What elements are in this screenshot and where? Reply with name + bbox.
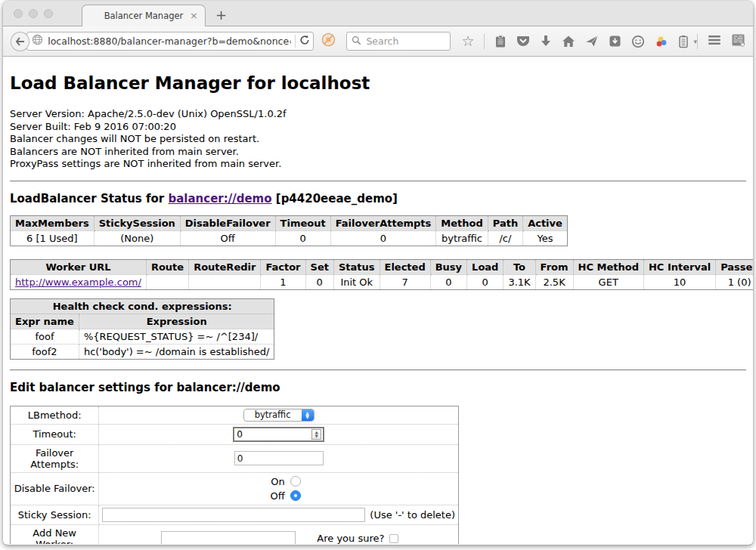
timeout-label: Timeout: bbox=[11, 424, 99, 444]
hc-table-title: Health check cond. expressions: bbox=[11, 298, 274, 314]
new-tab-button[interactable]: + bbox=[215, 7, 227, 23]
col-set: Set bbox=[305, 259, 333, 274]
menu-hamburger-icon[interactable] bbox=[708, 34, 721, 48]
back-arrow-icon bbox=[15, 37, 26, 46]
col-hc-interval: HC Interval bbox=[643, 259, 715, 274]
sticky-session-row: Sticky Session: (Use '-' to delete) bbox=[11, 505, 459, 524]
val-hc-method: GET bbox=[573, 274, 643, 289]
expr-name-foof2: foof2 bbox=[11, 344, 79, 359]
col-stickysession: StickySession bbox=[94, 215, 180, 230]
add-worker-label: Add New Worker: bbox=[11, 524, 99, 544]
tab-close-icon[interactable]: × bbox=[190, 10, 198, 21]
col-passes: Passes bbox=[716, 259, 753, 274]
col-status: Status bbox=[333, 259, 380, 274]
failover-attempts-input[interactable] bbox=[234, 451, 324, 465]
val-to: 3.1K bbox=[503, 274, 535, 289]
col-path: Path bbox=[488, 215, 522, 230]
radio-on[interactable] bbox=[290, 476, 301, 487]
val-set: 0 bbox=[305, 274, 333, 289]
val-status: Init Ok bbox=[333, 274, 380, 289]
tab-balancer-manager[interactable]: Balancer Manager × bbox=[82, 5, 206, 26]
val-timeout: 0 bbox=[275, 230, 330, 246]
val-elected: 7 bbox=[380, 274, 430, 289]
browser-window: Balancer Manager × + localhost:8880/bala… bbox=[3, 1, 753, 545]
col-timeout: Timeout bbox=[275, 215, 330, 230]
download-icon[interactable] bbox=[540, 35, 552, 48]
apps-grid-icon[interactable] bbox=[731, 33, 745, 50]
balancer-data-row: 6 [1 Used] (None) Off 0 0 bytraffic /c/ … bbox=[11, 230, 568, 246]
window-controls bbox=[14, 9, 53, 18]
reload-icon[interactable] bbox=[299, 34, 310, 48]
failover-attempts-row: Failover Attempts: bbox=[11, 444, 459, 472]
close-window-button[interactable] bbox=[14, 9, 23, 18]
feedback-smiley-icon[interactable] bbox=[631, 35, 645, 48]
val-passes: 1 (0) bbox=[716, 274, 753, 289]
save-to-device-icon[interactable] bbox=[609, 35, 621, 48]
failover-attempts-label: Failover Attempts: bbox=[11, 444, 99, 472]
col-expr-name: Expr name bbox=[11, 314, 79, 329]
notice-persist: Balancer changes will NOT be persisted o… bbox=[10, 133, 746, 146]
health-check-table: Health check cond. expressions: Expr nam… bbox=[10, 298, 274, 360]
page-content: Load Balancer Manager for localhost Serv… bbox=[3, 57, 753, 544]
hc-header-row: Expr name Expression bbox=[11, 314, 274, 329]
disable-failover-label: Disable Failover: bbox=[11, 472, 99, 505]
radio-off[interactable] bbox=[290, 490, 301, 501]
val-routeredir bbox=[189, 274, 261, 289]
disable-failover-radios: On Off bbox=[257, 475, 301, 502]
search-bar[interactable]: Search bbox=[346, 32, 451, 51]
notice-inherit-proxypass: ProxyPass settings are NOT inherited fro… bbox=[10, 158, 746, 171]
val-from: 2.5K bbox=[535, 274, 573, 289]
col-worker-url: Worker URL bbox=[11, 259, 147, 274]
hc-row-foof: foof %{REQUEST_STATUS} =~ /^[234]/ bbox=[11, 329, 274, 344]
col-failoverattempts: FailoverAttempts bbox=[330, 215, 436, 230]
pocket-icon[interactable] bbox=[516, 35, 530, 48]
val-disablefailover: Off bbox=[180, 230, 275, 246]
expr-value-foof2: hc('body') =~ /domain is established/ bbox=[79, 344, 274, 359]
timeout-value: 0 bbox=[234, 429, 311, 440]
confirm-checkbox[interactable] bbox=[389, 534, 398, 543]
timeout-row: Timeout: 0 ▲▼ bbox=[11, 424, 459, 444]
disable-failover-row: Disable Failover: On Off bbox=[11, 472, 459, 505]
lbmethod-label: LBmethod: bbox=[11, 406, 99, 424]
val-maxmembers: 6 [1 Used] bbox=[11, 230, 94, 246]
val-busy: 0 bbox=[430, 274, 466, 289]
radio-off-label: Off bbox=[270, 490, 284, 502]
back-button[interactable] bbox=[11, 32, 29, 51]
url-text[interactable]: localhost:8880/balancer-manager?b=demo&n… bbox=[48, 36, 291, 47]
page-title: Load Balancer Manager for localhost bbox=[10, 73, 746, 93]
content-blocker-icon[interactable] bbox=[321, 32, 336, 50]
extension-dots-icon[interactable] bbox=[655, 35, 668, 48]
url-bar[interactable]: localhost:8880/balancer-manager?b=demo&n… bbox=[26, 32, 314, 51]
clipboard-icon[interactable] bbox=[494, 35, 507, 48]
bookmark-star-icon[interactable]: ☆ bbox=[461, 34, 474, 48]
toolbar-divider bbox=[484, 34, 485, 49]
home-icon[interactable] bbox=[562, 35, 575, 48]
col-hc-method: HC Method bbox=[573, 259, 643, 274]
col-disablefailover: DisableFailover bbox=[180, 215, 275, 230]
add-worker-input[interactable] bbox=[161, 531, 296, 544]
minimize-window-button[interactable] bbox=[29, 9, 38, 18]
device-battery-icon[interactable] bbox=[678, 35, 689, 48]
timeout-input[interactable]: 0 ▲▼ bbox=[233, 427, 324, 442]
send-icon[interactable] bbox=[585, 35, 599, 48]
col-load: Load bbox=[467, 259, 503, 274]
sticky-session-label: Sticky Session: bbox=[11, 505, 99, 524]
balancer-demo-link[interactable]: balancer://demo bbox=[168, 192, 271, 205]
lbmethod-select[interactable]: bytraffic ▲▼ bbox=[243, 409, 314, 422]
val-route bbox=[146, 274, 188, 289]
val-failoverattempts: 0 bbox=[330, 230, 436, 246]
add-worker-row: Add New Worker: Are you sure? bbox=[11, 524, 459, 544]
sticky-session-input[interactable] bbox=[102, 508, 365, 522]
val-method: bytraffic bbox=[436, 230, 488, 246]
number-spinner-icon[interactable]: ▲▼ bbox=[311, 429, 321, 440]
zoom-window-button[interactable] bbox=[44, 9, 53, 18]
server-built: Server Built: Feb 9 2016 07:00:20 bbox=[10, 121, 746, 134]
col-to: To bbox=[503, 259, 535, 274]
lbmethod-row: LBmethod: bytraffic ▲▼ bbox=[11, 406, 459, 424]
edit-heading: Edit balancer settings for balancer://de… bbox=[10, 381, 746, 394]
tab-strip: Balancer Manager × + bbox=[3, 1, 753, 26]
expr-value-foof: %{REQUEST_STATUS} =~ /^[234]/ bbox=[79, 329, 274, 344]
status-heading-suffix: [p4420eeae_demo] bbox=[276, 192, 398, 205]
search-placeholder: Search bbox=[366, 36, 398, 47]
worker-url-link[interactable]: http://www.example.com/ bbox=[15, 277, 141, 288]
